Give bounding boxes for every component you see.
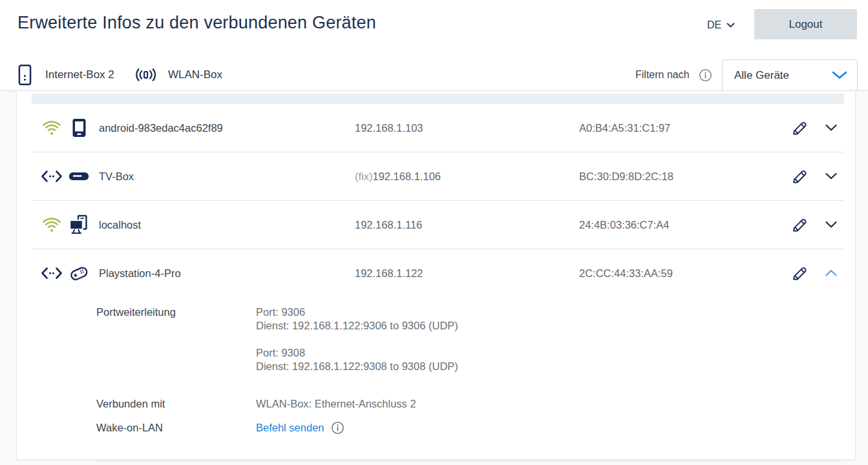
tab-label: WLAN-Box (168, 68, 222, 81)
info-icon[interactable] (331, 421, 344, 435)
language-selector[interactable]: DE (707, 18, 735, 32)
edit-pencil-icon[interactable] (789, 216, 810, 234)
page-title: Erweiterte Infos zu den verbundenen Gerä… (17, 13, 376, 33)
device-ip: 192.168.1.122 (355, 267, 423, 280)
device-filter-dropdown[interactable]: Alle Geräte (722, 59, 858, 91)
chevron-down-icon (726, 23, 735, 28)
device-name: localhost (99, 219, 141, 231)
device-row-tvbox[interactable]: TV-Box (fix)192.168.1.106 BC:30:D9:8D:2C… (32, 152, 844, 201)
device-mac: A0:B4:A5:31:C1:97 (579, 122, 670, 134)
port-forwarding-values: Port: 9306 Dienst: 192.168.1.122:9306 to… (256, 305, 458, 387)
ip-prefix: (fix) (355, 170, 373, 182)
device-row-playstation[interactable]: Playstation-4-Pro 192.168.1.122 2C:CC:44… (32, 249, 844, 297)
ethernet-icon (39, 267, 64, 280)
dropdown-value: Alle Geräte (734, 69, 789, 82)
computer-icon (69, 215, 89, 235)
port-value: Port: 9308 (256, 346, 458, 360)
chevron-down-icon[interactable] (824, 125, 838, 132)
partial-row-strip (32, 94, 844, 104)
device-ip: 192.168.1.116 (355, 219, 422, 231)
chevron-down-icon[interactable] (824, 222, 838, 229)
gamepad-icon (69, 264, 89, 284)
bottom-divider (96, 460, 844, 461)
connected-with-row: Verbunden mit WLAN-Box: Ethernet-Anschlu… (96, 397, 844, 411)
ethernet-icon (39, 170, 64, 183)
device-name: Playstation-4-Pro (99, 267, 181, 280)
device-name: TV-Box (99, 170, 134, 183)
service-value: Dienst: 192.168.1.122:9308 to 9308 (UDP) (256, 360, 458, 373)
port-forwarding-label: Portweiterleitung (96, 305, 256, 387)
port-forwarding-entry: Port: 9308 Dienst: 192.168.1.122:9308 to… (256, 346, 458, 373)
smartphone-icon (69, 118, 89, 138)
connected-with-label: Verbunden mit (96, 397, 256, 411)
device-mac: 24:4B:03:36:C7:A4 (579, 219, 669, 231)
tv-box-icon (69, 172, 89, 181)
edit-pencil-icon[interactable] (789, 265, 810, 282)
chevron-up-icon[interactable] (824, 270, 838, 277)
chevron-down-icon (832, 71, 847, 79)
tab-label: Internet-Box 2 (45, 68, 114, 81)
port-value: Port: 9306 (256, 305, 458, 319)
edit-pencil-icon[interactable] (789, 168, 810, 185)
filter-label: Filtern nach (635, 69, 690, 81)
internet-box-icon (18, 63, 32, 87)
edit-pencil-icon[interactable] (789, 119, 810, 137)
info-icon[interactable] (699, 68, 712, 82)
chevron-down-icon[interactable] (824, 173, 838, 180)
service-value: Dienst: 192.168.1.122:9306 to 9306 (UDP) (256, 319, 458, 333)
send-command-link[interactable]: Befehl senden (256, 421, 324, 435)
language-value: DE (707, 19, 721, 31)
device-list-card: android-983edac4ac62f89 192.168.1.103 A0… (16, 91, 856, 460)
device-mac: BC:30:D9:8D:2C:18 (579, 170, 673, 183)
device-row-localhost[interactable]: localhost 192.168.1.116 24:4B:03:36:C7:A… (32, 201, 844, 249)
connected-with-value: WLAN-Box: Ethernet-Anschluss 2 (256, 397, 416, 411)
device-details-panel: Portweiterleitung Port: 9306 Dienst: 192… (32, 297, 844, 461)
wlan-signal-icon (134, 67, 158, 83)
device-name: android-983edac4ac62f89 (99, 122, 223, 134)
tab-internet-box[interactable]: Internet-Box 2 (18, 63, 114, 87)
device-mac: 2C:CC:44:33:AA:59 (579, 267, 673, 280)
device-rows: android-983edac4ac62f89 192.168.1.103 A0… (32, 104, 844, 461)
wake-on-lan-label: Wake-on-LAN (96, 421, 256, 435)
logout-button[interactable]: Logout (754, 9, 857, 39)
device-ip: 192.168.1.103 (355, 122, 423, 134)
port-forwarding-row: Portweiterleitung Port: 9306 Dienst: 192… (96, 305, 844, 387)
wifi-icon (39, 120, 64, 136)
tab-wlan-box[interactable]: WLAN-Box (134, 63, 222, 87)
device-ip: (fix)192.168.1.106 (355, 170, 441, 183)
wake-on-lan-row: Wake-on-LAN Befehl senden (96, 421, 844, 435)
device-row-android[interactable]: android-983edac4ac62f89 192.168.1.103 A0… (32, 104, 844, 152)
wifi-icon (39, 217, 64, 233)
port-forwarding-entry: Port: 9306 Dienst: 192.168.1.122:9306 to… (256, 305, 458, 333)
